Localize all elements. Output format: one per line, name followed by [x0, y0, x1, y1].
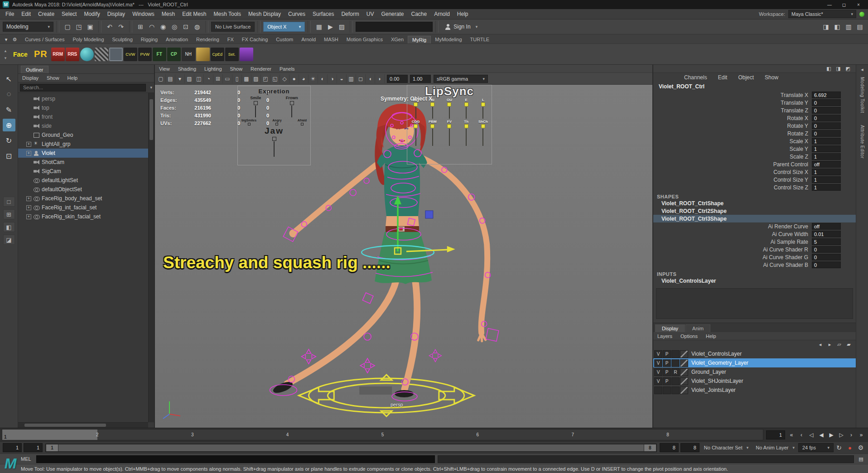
expand-toggle-icon[interactable] [26, 214, 31, 219]
channel-value-field[interactable]: 0 [812, 130, 841, 137]
slider-handle[interactable] [464, 102, 468, 106]
shelf-tab[interactable]: Rendering [192, 36, 223, 43]
shelf-menu-icon[interactable]: ▾ [2, 35, 10, 43]
slider-handle[interactable] [301, 123, 304, 125]
shelf-tab[interactable]: Arnold [297, 36, 320, 43]
outliner-item[interactable]: LightAll_grp [18, 140, 148, 149]
channel-label[interactable]: Translate Y [653, 100, 812, 106]
lipsync-slider[interactable]: CDG [408, 120, 424, 146]
channel-value-field[interactable]: 1 [812, 176, 841, 183]
textured-mode-icon[interactable]: ◕ [299, 74, 309, 83]
shelf-tab[interactable]: MyRig [408, 36, 431, 43]
redo-icon[interactable]: ↷ [116, 21, 126, 32]
channel-value-field[interactable]: 0 [812, 115, 841, 121]
channel-label[interactable]: Translate X [653, 92, 812, 98]
channel-value-field[interactable]: 1 [812, 145, 841, 152]
menu-item[interactable]: Mesh [158, 11, 178, 17]
channel-manipulator-icon[interactable]: ◧ [825, 65, 833, 73]
layer-playback-toggle[interactable] [663, 386, 671, 394]
shelf-button[interactable]: Set. [225, 48, 239, 61]
channel-label[interactable]: Scale Y [653, 146, 812, 152]
outliner-horizontal-scrollbar[interactable] [18, 422, 148, 428]
persp-graph-layout-icon[interactable]: ◪ [3, 235, 15, 245]
shelf-tab[interactable]: Sculpting [108, 36, 137, 43]
range-slider[interactable]: 1 8 [45, 444, 657, 452]
menu-item[interactable]: File [2, 11, 18, 17]
layer-color-swatch[interactable] [680, 359, 688, 367]
frown-slider[interactable]: Frown [286, 96, 298, 117]
loop-mode-icon[interactable]: ↻ [834, 442, 844, 453]
menu-item[interactable]: Edit [18, 11, 34, 17]
layer-row[interactable]: Violet_JointsLayer [653, 386, 856, 395]
smooth-shade-mode-icon[interactable]: ● [289, 74, 299, 83]
layer-playback-toggle[interactable]: P [663, 359, 671, 367]
camera-attributes-icon[interactable]: ▤ [166, 74, 175, 83]
viewport-menu-item[interactable]: Shading [174, 66, 200, 72]
lipsync-slider[interactable]: OU [442, 98, 457, 119]
outliner-item[interactable]: FaceRig_skin_facial_set [18, 212, 148, 221]
outliner-item[interactable]: Ground_Geo [18, 130, 148, 140]
channel-speed-icon[interactable]: ◨ [834, 65, 843, 73]
layer-display-type-toggle[interactable]: R [671, 368, 680, 376]
script-editor-icon[interactable]: ▤ [857, 455, 865, 463]
menu-item[interactable]: Create [34, 11, 58, 17]
outliner-item[interactable]: persp [18, 94, 148, 103]
channel-label[interactable]: Control Size Y [653, 177, 812, 183]
outliner-menu-item[interactable]: Show [43, 75, 63, 81]
channel-box-menu-item[interactable]: Edit [713, 74, 733, 81]
viewport-menu-item[interactable]: Show [226, 66, 247, 72]
viewport-menu-item[interactable]: Lighting [200, 66, 226, 72]
shelf-scroll-up-icon[interactable]: ▴ [2, 48, 9, 54]
slider-handle[interactable] [290, 101, 294, 105]
channel-label[interactable]: Rotate Y [653, 123, 812, 129]
motion-blur-icon[interactable]: ◒ [337, 74, 347, 83]
channel-label[interactable]: Rotate Z [653, 130, 812, 137]
shelf-button[interactable] [240, 48, 253, 61]
whats-new-indicator-icon[interactable] [859, 12, 864, 17]
time-slider-track[interactable]: 1 2345678 [2, 429, 763, 440]
channel-value-field[interactable]: 0 [812, 254, 841, 261]
attribute-editor-toggle-icon[interactable]: ◨ [820, 21, 831, 32]
slider-handle[interactable] [464, 124, 468, 128]
use-all-lights-icon[interactable]: ☀ [309, 74, 318, 83]
layer-editor-tab[interactable]: Display [655, 324, 685, 332]
fps-selector[interactable]: 24 fps ▾ [798, 443, 834, 452]
auto-keyframe-icon[interactable]: ● [844, 442, 855, 453]
anim-layer-selector[interactable]: No Anim Layer ▾ [752, 445, 798, 450]
menu-item[interactable]: Deform [338, 11, 362, 17]
ipr-render-icon[interactable]: ▶ [325, 21, 336, 32]
channel-label[interactable]: Ai Render Curve [653, 223, 812, 230]
animation-start-field[interactable]: 1 [3, 443, 22, 452]
layer-visibility-toggle[interactable] [654, 386, 662, 394]
render-settings-icon[interactable]: ▨ [336, 21, 347, 32]
shadows-icon[interactable]: ◐ [318, 74, 328, 83]
expand-toggle-icon[interactable] [26, 205, 31, 210]
layer-visibility-toggle[interactable]: V [654, 377, 662, 385]
menu-item[interactable]: Cache [407, 11, 430, 17]
viewport-menu-item[interactable]: Panels [275, 66, 299, 72]
outliner-menu-item[interactable]: Help [63, 75, 82, 81]
slider-handle[interactable] [275, 123, 278, 125]
menu-item[interactable]: Generate [377, 11, 407, 17]
layer-row[interactable]: V P Violet_SHJointsLayer [653, 376, 856, 386]
shelf-tab[interactable]: Poly Modeling [68, 36, 108, 43]
shelf-tab[interactable]: Animation [162, 36, 192, 43]
undo-icon[interactable]: ↶ [104, 21, 115, 32]
lipsync-slider[interactable]: FV [442, 120, 457, 146]
slider-handle[interactable] [447, 102, 451, 106]
menu-item[interactable]: Select [58, 11, 80, 17]
sign-in-button[interactable]: Sign In ▾ [441, 24, 481, 30]
modeling-toolkit-toggle-icon[interactable]: ▤ [854, 21, 865, 32]
viewport-menu-item[interactable]: View [155, 66, 174, 72]
search-options-icon[interactable]: ▾ [150, 85, 152, 90]
select-by-name-input[interactable] [356, 22, 433, 32]
menu-item[interactable]: Modify [80, 11, 103, 17]
channel-box-menu-item[interactable]: Object [733, 74, 759, 81]
range-start-handle[interactable]: 1 [46, 444, 58, 451]
shelf-button[interactable]: CVW [124, 48, 137, 61]
shelf-tab[interactable]: TURTLE [466, 36, 494, 43]
layer-visibility-toggle[interactable]: V [654, 350, 662, 358]
slider-handle[interactable] [414, 124, 418, 128]
exposure-field[interactable]: 0.00 [387, 75, 408, 83]
outliner-item[interactable]: Violet [18, 149, 148, 158]
